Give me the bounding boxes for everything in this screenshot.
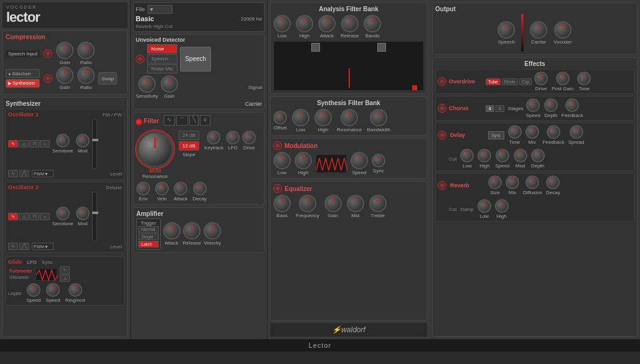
keytrack-knob[interactable] <box>207 131 220 144</box>
overdrive-drive-knob[interactable] <box>534 72 548 85</box>
output-carrier-knob[interactable] <box>530 21 547 39</box>
osc1-wave-tri[interactable]: △ <box>19 140 29 147</box>
reverb-low-knob[interactable] <box>478 199 491 213</box>
delay-low-knob[interactable] <box>460 149 474 162</box>
unvoiced-power-btn[interactable] <box>136 55 144 63</box>
eq-treble-knob[interactable] <box>369 195 387 212</box>
reverb-high-knob[interactable] <box>495 199 509 213</box>
sidechain-btn[interactable]: ● Sidechain <box>6 69 40 78</box>
filter-hp[interactable]: ╲ <box>189 115 199 126</box>
output-vocoder-knob[interactable] <box>554 21 572 39</box>
portamento-btn[interactable]: Portamento <box>8 268 33 274</box>
eq-mid-knob[interactable] <box>347 195 364 212</box>
compression-ratio-knob-1[interactable] <box>77 42 95 59</box>
noise-mix-btn[interactable]: Noise Mix <box>147 64 177 73</box>
osc2-wave-sq[interactable]: ⊓ <box>29 213 39 220</box>
delay-feedback-knob[interactable] <box>547 125 560 139</box>
filter-env-knob[interactable] <box>136 182 150 195</box>
speech-power-btn[interactable] <box>44 49 52 58</box>
osc1-wave-extra2[interactable]: ╱╲ <box>19 170 29 177</box>
mod-sync-knob[interactable] <box>372 154 385 167</box>
osc2-mod-knob[interactable] <box>76 207 90 220</box>
osc2-wave-saw[interactable]: ∿ <box>8 213 18 220</box>
file-dropdown[interactable]: ▼ <box>148 5 172 14</box>
slope-24db[interactable]: 24 dB <box>179 131 199 140</box>
output-speech-knob[interactable] <box>497 21 515 39</box>
overdrive-diode-btn[interactable]: Diode <box>502 78 518 85</box>
osc2-pwm-select[interactable]: PWM ▼ <box>32 243 54 250</box>
analysis-marker-l[interactable] <box>311 43 320 52</box>
synthesis-bandwidth-knob[interactable] <box>370 109 387 126</box>
delay-spread-knob[interactable] <box>570 125 583 139</box>
osc1-wave-noise[interactable]: ≈ <box>40 140 50 147</box>
analysis-low-knob[interactable] <box>273 15 291 32</box>
synthesis-resonance-knob[interactable] <box>341 109 358 126</box>
compression-gain-knob-1[interactable] <box>56 42 73 59</box>
delay-time-knob[interactable] <box>508 125 522 139</box>
lfo-wave1[interactable]: ∿ <box>60 266 70 274</box>
delay-speed-knob[interactable] <box>496 149 509 162</box>
chorus-depth-knob[interactable] <box>544 98 558 112</box>
reverb-mix-knob[interactable] <box>506 175 519 189</box>
overdrive-postgain-knob[interactable] <box>556 72 570 85</box>
comp-power-btn-2[interactable] <box>44 74 52 83</box>
filter-bp[interactable]: ⌒ <box>176 115 188 126</box>
eq-power-btn[interactable] <box>273 184 282 193</box>
osc1-pwm-select[interactable]: PWM ▼ <box>32 170 54 177</box>
noise-btn[interactable]: Noise <box>147 44 177 54</box>
delay-sync-btn[interactable]: Sync <box>488 131 504 139</box>
normal-btn[interactable]: Normal <box>138 226 159 233</box>
reverb-decay-knob[interactable] <box>546 175 560 189</box>
filter-velo-knob[interactable] <box>155 182 169 195</box>
osc1-wave-extra1[interactable]: ∿ <box>8 170 18 177</box>
chorus-feedback-knob[interactable] <box>565 98 579 112</box>
amp-release-knob[interactable] <box>183 222 200 240</box>
filter-lp[interactable]: ∿ <box>164 115 175 126</box>
single-btn[interactable]: Single <box>138 233 159 240</box>
sensitivity-knob[interactable] <box>138 75 156 93</box>
eq-bass-knob[interactable] <box>273 195 291 212</box>
analysis-marker-r[interactable] <box>377 43 386 52</box>
osc1-level-slider[interactable] <box>92 119 97 169</box>
osc2-level-slider[interactable] <box>92 192 97 241</box>
synthesis-high-knob[interactable] <box>314 109 332 126</box>
ringmod-knob[interactable] <box>68 283 82 297</box>
lfo-speed-knob[interactable] <box>46 283 60 297</box>
speech-output-btn[interactable]: Speech <box>180 47 211 72</box>
mod-low-knob[interactable] <box>273 152 291 169</box>
amp-attack-knob[interactable] <box>163 222 181 240</box>
chorus-power-btn[interactable] <box>438 104 446 113</box>
reverb-size-knob[interactable] <box>488 175 502 189</box>
chorus-stage-6[interactable]: 6 <box>496 105 504 112</box>
overdrive-power-btn[interactable] <box>438 77 446 86</box>
osc2-wave-extra2[interactable]: ╱╲ <box>19 243 29 250</box>
filter-attack-knob[interactable] <box>174 182 187 195</box>
analysis-bands-knob[interactable] <box>364 15 381 32</box>
reverb-power-btn[interactable] <box>438 181 446 190</box>
glissando-btn[interactable]: Glissando <box>8 274 33 280</box>
reverb-diffusion-knob[interactable] <box>525 175 539 189</box>
cutoff-knob[interactable] <box>136 131 174 168</box>
synthesis-low-knob[interactable] <box>292 109 309 126</box>
compression-ratio-knob-2[interactable] <box>77 67 95 84</box>
overdrive-tube-btn[interactable]: Tube <box>486 78 501 85</box>
overdrive-tone-knob[interactable] <box>577 72 591 85</box>
mod-speed-knob[interactable] <box>351 152 368 169</box>
filter-drive-knob[interactable] <box>242 131 256 144</box>
eq-gain-knob[interactable] <box>324 195 342 212</box>
filter-decay-knob[interactable] <box>193 182 207 195</box>
unvoiced-gain-knob[interactable] <box>161 75 178 93</box>
compression-gain-knob-2[interactable] <box>56 67 73 84</box>
osc1-wave-saw[interactable]: ∿ <box>8 140 18 147</box>
analysis-attack-knob[interactable] <box>318 15 336 32</box>
filter-notch[interactable]: ∨ <box>200 115 210 126</box>
synthesizer-btn[interactable]: ▶ Synthesizer <box>6 79 40 88</box>
speech-btn[interactable]: Speech <box>147 54 177 63</box>
delay-mod-knob[interactable] <box>514 149 527 162</box>
osc2-wave-extra1[interactable]: ∿ <box>8 243 18 250</box>
glide-speed-knob[interactable] <box>27 283 40 297</box>
analysis-release-knob[interactable] <box>341 15 359 32</box>
analysis-high-knob[interactable] <box>296 15 313 32</box>
osc1-wave-sq[interactable]: ⊓ <box>29 140 39 147</box>
osc1-semitone-knob[interactable] <box>56 134 70 147</box>
